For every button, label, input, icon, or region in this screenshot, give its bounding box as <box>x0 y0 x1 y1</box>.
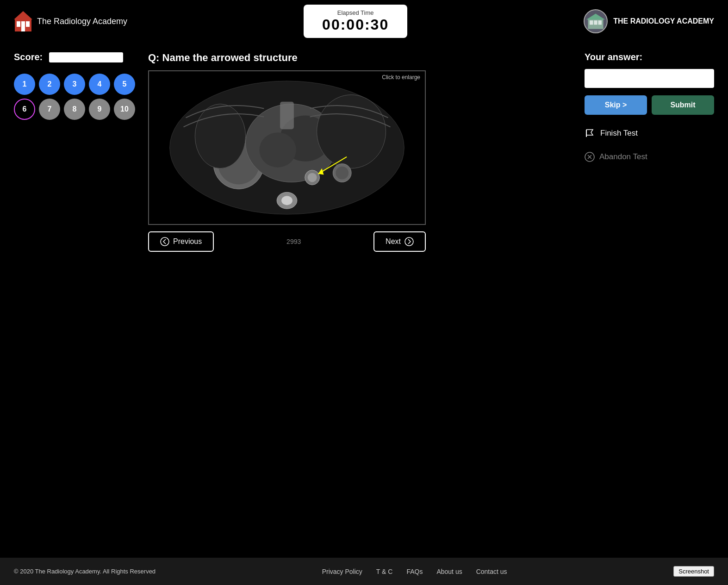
footer-link-contact-us[interactable]: Contact us <box>476 568 507 575</box>
center-panel: Q: Name the arrowed structure Click to e… <box>148 52 575 548</box>
previous-icon <box>160 237 169 246</box>
logo-icon <box>14 11 32 31</box>
footer-link-privacy-policy[interactable]: Privacy Policy <box>322 568 362 575</box>
footer: © 2020 The Radiology Academy. All Rights… <box>0 558 728 585</box>
question-number-3[interactable]: 3 <box>64 74 85 95</box>
click-to-enlarge-label: Click to enlarge <box>382 74 420 81</box>
svg-rect-10 <box>598 20 602 25</box>
brand-name: THE RADIOLOGY ACADEMY <box>613 17 714 25</box>
screenshot-button[interactable]: Screenshot <box>673 566 714 577</box>
image-id: 2993 <box>286 238 301 245</box>
question-number-8[interactable]: 8 <box>64 99 85 120</box>
question-number-9[interactable]: 9 <box>89 99 110 120</box>
svg-rect-8 <box>590 20 593 25</box>
footer-link-faqs[interactable]: FAQs <box>406 568 423 575</box>
question-number-1[interactable]: 1 <box>14 74 35 95</box>
action-row: Skip > Submit <box>585 95 714 115</box>
svg-rect-1 <box>17 21 20 27</box>
ct-scan-image <box>149 71 425 224</box>
left-panel: Score: 12345678910 <box>14 52 139 548</box>
svg-rect-3 <box>26 21 30 27</box>
image-container[interactable]: Click to enlarge <box>148 70 426 225</box>
abandon-test-icon <box>585 152 595 162</box>
timer-label: Elapsed Time <box>322 9 389 16</box>
svg-point-31 <box>405 237 413 246</box>
previous-button[interactable]: Previous <box>148 231 214 252</box>
footer-right: Screenshot <box>673 566 714 577</box>
svg-point-15 <box>281 196 292 205</box>
finish-test-icon <box>585 128 596 139</box>
footer-copyright: © 2020 The Radiology Academy. All Rights… <box>14 568 156 575</box>
question-text: Q: Name the arrowed structure <box>148 52 575 64</box>
question-number-10[interactable]: 10 <box>114 99 135 120</box>
question-number-5[interactable]: 5 <box>114 74 135 95</box>
logo-area: The Radiology Academy <box>14 11 127 31</box>
footer-link-t-&-c[interactable]: T & C <box>376 568 393 575</box>
svg-point-20 <box>259 132 296 167</box>
svg-rect-29 <box>280 102 294 130</box>
svg-point-24 <box>308 173 317 182</box>
svg-rect-9 <box>594 20 597 25</box>
brand-avatar-image <box>585 9 607 33</box>
your-answer-label: Your answer: <box>585 52 714 62</box>
score-row: Score: <box>14 52 139 62</box>
question-number-6[interactable]: 6 <box>14 99 35 120</box>
footer-link-about-us[interactable]: About us <box>436 568 462 575</box>
nav-row: Previous 2993 Next <box>148 231 426 252</box>
score-label: Score: <box>14 52 43 62</box>
timer-value: 00:00:30 <box>322 16 389 33</box>
footer-links: Privacy PolicyT & CFAQsAbout usContact u… <box>322 568 507 575</box>
next-button[interactable]: Next <box>373 231 426 252</box>
question-number-2[interactable]: 2 <box>39 74 60 95</box>
svg-point-30 <box>161 237 169 246</box>
finish-test-button[interactable]: Finish Test <box>585 126 638 141</box>
right-panel: Your answer: Skip > Submit Finish Test A… <box>585 52 714 548</box>
question-number-4[interactable]: 4 <box>89 74 110 95</box>
brand-area: THE RADIOLOGY ACADEMY <box>584 9 714 33</box>
submit-button[interactable]: Submit <box>652 95 714 115</box>
svg-rect-5 <box>21 26 25 31</box>
skip-button[interactable]: Skip > <box>585 95 647 115</box>
brand-avatar <box>584 9 608 33</box>
svg-marker-4 <box>14 11 32 19</box>
header: The Radiology Academy Elapsed Time 00:00… <box>0 0 728 43</box>
abandon-test-button[interactable]: Abandon Test <box>585 150 647 164</box>
logo-text: The Radiology Academy <box>37 17 127 26</box>
question-number-7[interactable]: 7 <box>39 99 60 120</box>
timer-box: Elapsed Time 00:00:30 <box>304 5 407 38</box>
answer-input[interactable] <box>585 69 714 88</box>
main-content: Score: 12345678910 Q: Name the arrowed s… <box>0 43 728 558</box>
score-bar <box>49 52 123 62</box>
svg-point-28 <box>336 167 348 180</box>
next-icon <box>404 237 414 246</box>
question-numbers: 12345678910 <box>14 74 139 120</box>
